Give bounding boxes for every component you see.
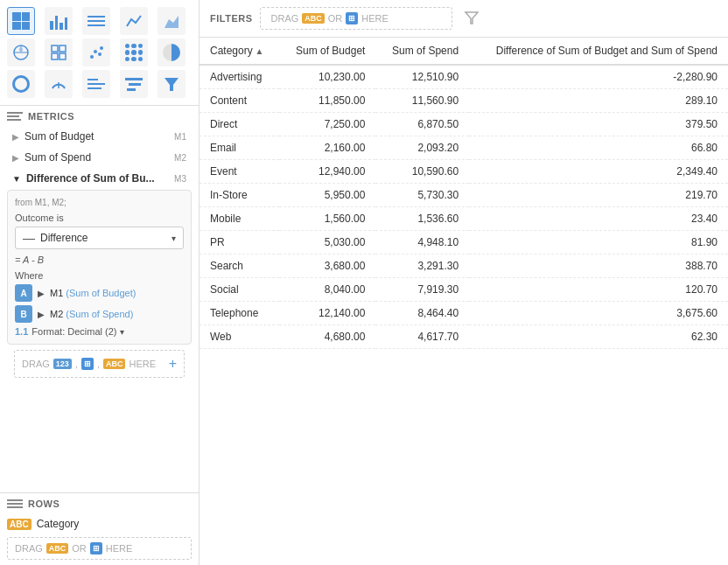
format-chevron-icon: ▾: [120, 327, 124, 337]
metric-item-m3[interactable]: ▼ Difference of Sum of Bu... M3: [7, 169, 192, 188]
table-row: Search3,680.003,291.30388.70: [200, 255, 728, 278]
svg-point-9: [98, 52, 102, 56]
rows-drag-zone[interactable]: DRAG ABC OR ⊞ HERE: [7, 537, 192, 560]
cell-difference: 388.70: [469, 255, 728, 278]
svg-point-8: [94, 50, 97, 53]
chart-type-table[interactable]: [7, 7, 35, 35]
var-b-badge: B: [15, 305, 32, 323]
chart-type-dot-matrix[interactable]: [120, 38, 148, 66]
metric-m1-badge: M1: [174, 132, 186, 142]
metric-m3-label: Difference of Sum of Bu...: [26, 172, 155, 185]
table-row: Mobile1,560.001,536.6023.40: [200, 207, 728, 231]
table-row: In-Store5,950.005,730.30219.70: [200, 184, 728, 207]
cell-spend: 10,590.60: [375, 160, 469, 184]
cell-difference: 2,349.40: [469, 160, 728, 184]
text-icon: [88, 75, 105, 93]
filter-abc-badge: ABC: [302, 13, 325, 24]
svg-point-10: [100, 46, 103, 50]
where-row-a: A ▶ M1 (Sum of Budget): [15, 284, 184, 302]
table-header-row: Category Sum of Budget Sum of Spend Diff…: [200, 38, 728, 65]
area-icon: [163, 12, 180, 30]
chart-type-pie[interactable]: [158, 38, 186, 66]
filter-funnel-icon[interactable]: [463, 9, 480, 29]
svg-rect-6: [60, 53, 66, 59]
var-a-text: M1 (Sum of Budget): [50, 288, 136, 298]
cell-budget: 12,940.00: [279, 160, 375, 184]
cell-category: Web: [200, 325, 279, 349]
cell-category: Content: [200, 89, 279, 113]
row-category-label: Category: [37, 518, 80, 530]
chart-type-line[interactable]: [120, 7, 148, 35]
row-abc-badge: ABC: [7, 519, 32, 530]
filter-drag-or: OR: [328, 13, 343, 24]
drag-comma2: ,: [97, 359, 100, 369]
var-a-metric: (Sum of Budget): [66, 288, 136, 298]
cell-budget: 5,950.00: [279, 184, 375, 207]
cell-difference: 120.70: [469, 278, 728, 302]
chart-type-gantt[interactable]: [120, 70, 148, 98]
chart-type-area[interactable]: [158, 7, 186, 35]
add-metric-button[interactable]: +: [169, 356, 177, 372]
cell-difference: 81.90: [469, 231, 728, 255]
filter-drag-text: DRAG: [271, 13, 299, 24]
cell-category: Search: [200, 255, 279, 278]
col-header-spend[interactable]: Sum of Spend: [375, 38, 469, 65]
where-row-b: B ▶ M2 (Sum of Spend): [15, 305, 184, 323]
metric-m1-label: Sum of Budget: [24, 130, 94, 143]
cell-spend: 7,919.30: [375, 278, 469, 302]
chevron-right-m2: ▶: [12, 153, 19, 163]
cell-budget: 8,040.00: [279, 278, 375, 302]
metric-m3-detail: from M1, M2; Outcome is — Difference ▾ =…: [7, 190, 192, 345]
metrics-drag-zone[interactable]: DRAG 123 , ⊞ , ABC HERE +: [14, 350, 185, 378]
rows-abc-badge: ABC: [46, 543, 69, 554]
chart-type-funnel[interactable]: [158, 70, 186, 98]
crosstab-icon: [50, 44, 67, 61]
cell-category: Direct: [200, 113, 279, 136]
cell-budget: 12,140.00: [279, 302, 375, 325]
var-b-metric: (Sum of Spend): [66, 309, 133, 319]
table-row: Advertising10,230.0012,510.90-2,280.90: [200, 65, 728, 89]
abc-badge: ABC: [103, 359, 126, 369]
outcome-dropdown[interactable]: — Difference ▾: [15, 227, 184, 249]
cell-spend: 2,093.20: [375, 136, 469, 160]
chevron-down-m3: ▼: [12, 174, 21, 184]
cell-difference: 3,675.60: [469, 302, 728, 325]
svg-rect-5: [52, 53, 58, 59]
chart-type-pivot[interactable]: [82, 7, 110, 35]
outcome-value: Difference: [40, 232, 88, 244]
table-icon: [12, 12, 30, 30]
chart-type-crosstab[interactable]: [45, 38, 73, 66]
metric-item-m2[interactable]: ▶ Sum of Spend M2: [7, 148, 192, 167]
funnel-icon: [163, 75, 180, 93]
cell-category: Mobile: [200, 207, 279, 231]
drag-text: DRAG: [22, 359, 50, 369]
table-row: Content11,850.0011,560.90289.10: [200, 89, 728, 113]
chart-type-kpi[interactable]: [7, 70, 35, 98]
filter-drag-here: HERE: [361, 13, 388, 24]
var-b-text: M2 (Sum of Spend): [50, 309, 133, 319]
chart-type-scatter[interactable]: [82, 38, 110, 66]
metrics-label: METRICS: [28, 111, 74, 122]
rows-category-item[interactable]: ABC Category: [7, 514, 192, 534]
cell-category: PR: [200, 231, 279, 255]
col-header-difference[interactable]: Difference of Sum of Budget and Sum of S…: [469, 38, 728, 65]
gantt-icon: [125, 75, 143, 93]
metric-item-m1[interactable]: ▶ Sum of Budget M1: [7, 127, 192, 146]
table-row: Social8,040.007,919.30120.70: [200, 278, 728, 302]
cell-budget: 5,030.00: [279, 231, 375, 255]
chart-type-bar[interactable]: [45, 7, 73, 35]
left-panel: METRICS ▶ Sum of Budget M1 ▶ Sum of Spen…: [0, 0, 200, 565]
format-row[interactable]: 1.1 Format: Decimal (2) ▾: [15, 326, 184, 337]
chart-type-text[interactable]: [82, 70, 110, 98]
format-number: 1.1: [15, 326, 28, 337]
rows-drag-text: DRAG: [15, 543, 43, 554]
chart-type-gauge[interactable]: [45, 70, 73, 98]
var-a-label: M1: [50, 288, 63, 298]
rows-drag-or: OR: [72, 543, 87, 554]
table-row: Direct7,250.006,870.50379.50: [200, 113, 728, 136]
col-header-budget[interactable]: Sum of Budget: [279, 38, 375, 65]
cell-spend: 11,560.90: [375, 89, 469, 113]
chart-type-map[interactable]: [7, 38, 35, 66]
filter-drag-zone[interactable]: DRAG ABC OR ⊞ HERE: [260, 7, 452, 30]
col-header-category[interactable]: Category: [200, 38, 279, 65]
